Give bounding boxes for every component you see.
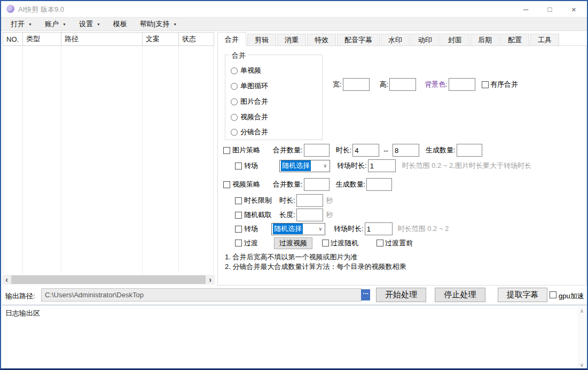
video-transition-select[interactable]: 随机选择 ∨ (271, 223, 325, 235)
background-color-link[interactable]: 背景色: (425, 80, 448, 89)
column-header-path[interactable]: 路径 (61, 33, 143, 45)
video-strategy-checkbox[interactable] (223, 181, 230, 188)
image-transition-select[interactable]: 随机选择 ∨ (279, 160, 330, 172)
video-transition-label: 转场 (244, 224, 258, 234)
column-header-text[interactable]: 文案 (143, 33, 179, 45)
tab-merge[interactable]: 合并 (217, 32, 246, 46)
app-logo-icon (6, 5, 14, 13)
radio-video-merge[interactable]: 视频合并 (231, 112, 268, 122)
fade-random-label: 过渡随机 (331, 238, 358, 248)
random-cut-length-input[interactable] (296, 209, 323, 221)
table-column (179, 46, 214, 274)
menu-open[interactable]: 打开 ▼ (6, 18, 36, 30)
duration-limit-input[interactable] (296, 194, 323, 207)
log-area-label: 日志输出区 (5, 309, 40, 318)
random-cut-row: 随机截取 长度: 秒 (235, 209, 333, 221)
tab-tools[interactable]: 工具 (530, 34, 559, 45)
output-path-input[interactable] (41, 288, 362, 302)
video-transition-duration-input[interactable] (365, 222, 393, 235)
close-icon: × (571, 5, 576, 14)
menu-open-label: 打开 (11, 19, 25, 29)
app-window: AI快剪 版本9.0 ─ □ × 打开 ▼ 账户 ▼ 设置 ▼ 模板 帮助|支持… (0, 0, 588, 370)
video-merge-count-input[interactable] (304, 178, 330, 191)
scroll-up-icon[interactable]: ∧ (577, 306, 586, 315)
image-transition-label: 转场 (244, 161, 258, 171)
tab-effects[interactable]: 特效 (307, 34, 336, 45)
column-header-type[interactable]: 类型 (23, 33, 61, 45)
group-legend: 合并 (230, 51, 248, 60)
scroll-right-icon[interactable]: › (206, 275, 215, 284)
tab-config[interactable]: 配置 (500, 34, 529, 45)
gpu-accel-checkbox[interactable] (550, 291, 556, 298)
scroll-left-icon[interactable]: ‹ (2, 275, 11, 284)
fade-label: 过渡 (244, 238, 258, 248)
dropdown-arrow-icon: ▼ (62, 22, 66, 26)
image-duration-max-input[interactable] (393, 144, 419, 157)
menu-settings[interactable]: 设置 ▼ (75, 18, 105, 30)
height-input[interactable] (389, 78, 416, 91)
browse-button[interactable]: ... (361, 289, 370, 300)
fade-checkbox[interactable] (235, 240, 242, 246)
radio-single-video[interactable]: 单视频 (231, 66, 261, 75)
fade-row: 过渡 过渡视频 过渡随机 过渡置前 (235, 237, 413, 249)
extract-subtitle-button[interactable]: 提取字幕 (498, 288, 547, 302)
fade-random-checkbox[interactable] (322, 240, 329, 246)
chevron-down-icon: ∨ (323, 163, 327, 168)
ordered-merge-checkbox[interactable] (482, 81, 489, 88)
width-input[interactable] (343, 78, 370, 91)
column-header-status[interactable]: 状态 (179, 33, 214, 45)
duration-range-dash: -- (383, 147, 388, 155)
radio-single-image-loop[interactable]: 单图循环 (231, 81, 268, 91)
video-strategy-label: 视频策略 (232, 180, 260, 189)
radio-image-merge[interactable]: 图片合并 (231, 97, 268, 106)
file-table-body[interactable] (3, 46, 214, 274)
image-strategy-checkbox[interactable] (223, 147, 230, 154)
start-processing-button[interactable]: 开始处理 (376, 288, 426, 302)
duration-limit-checkbox[interactable] (235, 197, 242, 204)
transition-duration-hint: 时长范围 0.2 ~ 2,图片时长要大于转场时长 (402, 161, 531, 171)
tab-cover[interactable]: 封面 (441, 34, 469, 45)
log-vertical-scrollbar[interactable]: ∧ ∨ (577, 306, 586, 369)
select-value: 随机选择 (281, 160, 311, 171)
image-transition-checkbox[interactable] (235, 163, 242, 169)
tab-dedupe[interactable]: 消重 (277, 34, 306, 45)
duration-field-label: 时长: (279, 196, 295, 205)
fade-front-checkbox[interactable] (377, 240, 383, 246)
maximize-button[interactable]: □ (538, 1, 562, 17)
fade-video-button[interactable]: 过渡视频 (274, 237, 312, 249)
tab-watermark[interactable]: 水印 (381, 34, 410, 45)
output-path-label: 输出路径: (5, 291, 35, 301)
image-transition-duration-input[interactable] (368, 159, 396, 172)
scrollbar-thumb[interactable] (11, 275, 206, 284)
minimize-button[interactable]: ─ (514, 1, 538, 17)
tab-dub-subtitle[interactable]: 配音字幕 (337, 34, 380, 45)
image-generate-count-input[interactable] (457, 144, 482, 157)
radio-storyboard-merge[interactable]: 分镜合并 (231, 127, 268, 137)
image-strategy-row: 图片策略 合并数量: 时长: -- 生成数量: (223, 143, 482, 157)
random-cut-checkbox[interactable] (235, 212, 242, 219)
table-column (3, 46, 23, 274)
radio-label: 单视频 (240, 66, 261, 75)
close-button[interactable]: × (562, 1, 586, 17)
image-transition-row: 转场 随机选择 ∨ 转场时长: 时长范围 0.2 ~ 2,图片时长要大于转场时长 (235, 159, 531, 172)
table-horizontal-scrollbar[interactable]: ‹ › (2, 275, 215, 284)
tab-post[interactable]: 后期 (471, 34, 499, 45)
column-header-no[interactable]: NO. (3, 33, 23, 45)
image-merge-count-input[interactable] (304, 144, 330, 157)
menu-help-support[interactable]: 帮助|支持 ▼ (136, 18, 181, 30)
image-duration-min-input[interactable] (352, 144, 379, 157)
video-transition-checkbox[interactable] (235, 226, 242, 233)
tab-motion-stamp[interactable]: 动印 (411, 34, 440, 45)
width-label: 宽: (333, 80, 342, 89)
tab-clip[interactable]: 剪辑 (247, 34, 276, 45)
transition-duration-label: 转场时长: (334, 224, 364, 234)
background-color-input[interactable] (449, 78, 475, 91)
menu-template[interactable]: 模板 (109, 18, 131, 30)
scroll-down-icon[interactable]: ∨ (577, 360, 586, 369)
fade-front-label: 过渡置前 (385, 238, 413, 248)
menu-account[interactable]: 账户 ▼ (41, 18, 70, 30)
video-generate-count-input[interactable] (366, 178, 392, 191)
stop-processing-button[interactable]: 停止处理 (435, 288, 485, 302)
window-title: AI快剪 版本9.0 (18, 5, 64, 14)
generate-count-label: 生成数量: (336, 180, 366, 189)
